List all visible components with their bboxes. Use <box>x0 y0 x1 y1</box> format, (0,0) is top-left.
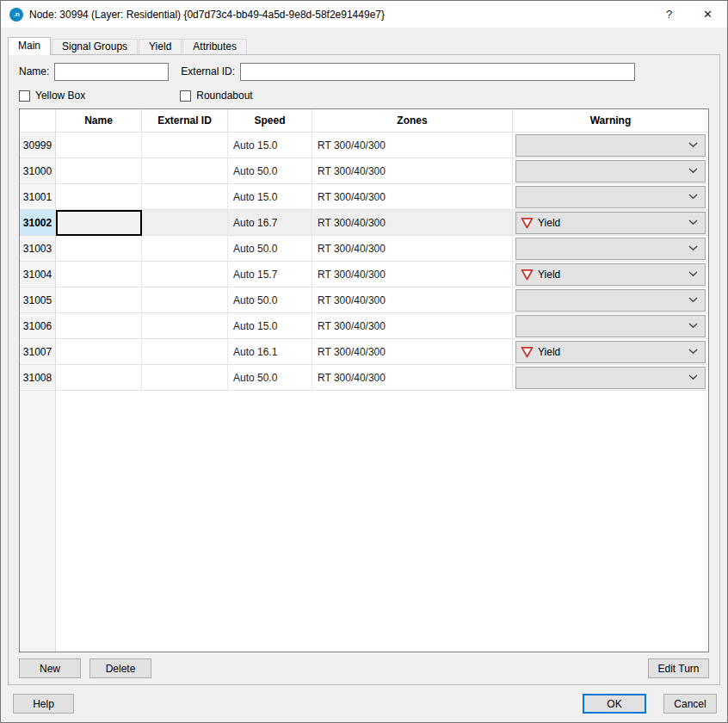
zones-cell[interactable]: RT 300/40/300 <box>312 184 513 210</box>
row-header-cell[interactable]: 31001 <box>20 184 56 210</box>
zones-cell[interactable]: RT 300/40/300 <box>312 262 513 287</box>
speed-cell[interactable]: Auto 15.0 <box>228 133 312 158</box>
row-header-cell[interactable]: 31006 <box>20 313 56 339</box>
warning-cell <box>513 313 708 339</box>
ok-button[interactable]: OK <box>583 694 646 714</box>
row-header-cell[interactable]: 31000 <box>20 158 56 184</box>
external-id-cell[interactable] <box>142 313 228 339</box>
row-header-cell[interactable]: 31007 <box>20 339 56 365</box>
speed-cell[interactable]: Auto 15.0 <box>228 184 312 210</box>
cancel-button[interactable]: Cancel <box>663 694 717 714</box>
warning-dropdown[interactable] <box>515 186 706 208</box>
speed-cell[interactable]: Auto 16.1 <box>228 339 312 365</box>
speed-cell[interactable]: Auto 50.0 <box>228 158 312 184</box>
external-id-cell[interactable] <box>142 365 228 391</box>
name-form-row: Name: External ID: <box>19 62 709 81</box>
name-cell[interactable] <box>56 133 142 158</box>
help-titlebar-button[interactable]: ? <box>650 1 688 28</box>
warning-cell: Yield <box>513 210 708 236</box>
warning-dropdown[interactable] <box>515 289 706 312</box>
column-header-speed[interactable]: Speed <box>228 109 312 133</box>
row-header-cell[interactable]: 30999 <box>20 133 56 158</box>
name-cell[interactable] <box>56 262 142 287</box>
zones-cell[interactable]: RT 300/40/300 <box>312 339 513 365</box>
zones-cell[interactable]: RT 300/40/300 <box>312 158 513 184</box>
name-cell[interactable] <box>56 184 142 210</box>
yield-sign-icon <box>521 269 534 281</box>
name-cell[interactable] <box>56 365 142 391</box>
warning-dropdown[interactable]: Yield <box>515 341 706 363</box>
external-id-cell[interactable] <box>142 287 228 313</box>
warning-cell: Yield <box>513 339 708 365</box>
row-header-cell[interactable]: 31005 <box>20 287 56 313</box>
row-header-cell[interactable]: 31008 <box>20 365 56 391</box>
roundabout-checkbox[interactable] <box>180 90 191 102</box>
zones-cell[interactable]: RT 300/40/300 <box>312 210 513 236</box>
yield-sign-icon <box>521 346 534 358</box>
chevron-down-icon <box>688 374 698 380</box>
warning-dropdown[interactable]: Yield <box>515 212 706 234</box>
speed-cell[interactable]: Auto 50.0 <box>228 236 312 262</box>
new-button[interactable]: New <box>19 658 81 678</box>
external-id-cell[interactable] <box>142 158 228 184</box>
yellow-box-option[interactable]: Yellow Box <box>19 90 85 102</box>
edit-turn-button[interactable]: Edit Turn <box>648 658 709 678</box>
zones-cell[interactable]: RT 300/40/300 <box>312 287 513 313</box>
zones-cell[interactable]: RT 300/40/300 <box>312 365 513 391</box>
external-id-cell[interactable] <box>142 236 228 262</box>
external-id-cell[interactable] <box>142 184 228 210</box>
name-cell[interactable] <box>56 339 142 365</box>
close-button[interactable]: ✕ <box>688 1 727 28</box>
speed-cell[interactable]: Auto 50.0 <box>228 287 312 313</box>
warning-dropdown[interactable]: Yield <box>515 263 706 286</box>
speed-cell[interactable]: Auto 50.0 <box>228 365 312 391</box>
delete-button[interactable]: Delete <box>89 658 151 678</box>
warning-dropdown[interactable] <box>515 367 706 389</box>
external-id-cell[interactable] <box>142 133 228 158</box>
chevron-down-icon <box>688 349 698 355</box>
warning-dropdown[interactable] <box>515 160 706 182</box>
row-header-cell[interactable]: 31003 <box>20 236 56 262</box>
external-id-cell[interactable] <box>142 339 228 365</box>
external-id-cell[interactable] <box>142 262 228 287</box>
row-header-cell[interactable]: 31004 <box>20 262 56 287</box>
zones-cell[interactable]: RT 300/40/300 <box>312 236 513 262</box>
yellow-box-checkbox[interactable] <box>19 90 30 102</box>
column-header-external-id[interactable]: External ID <box>142 109 228 133</box>
name-input[interactable] <box>54 63 169 81</box>
table-row: 31006 Auto 15.0 RT 300/40/300 <box>20 313 708 339</box>
name-cell[interactable] <box>56 158 142 184</box>
warning-dropdown[interactable] <box>515 315 706 337</box>
table-row: 31002 Auto 16.7 RT 300/40/300 Yield <box>20 210 708 236</box>
tab-main[interactable]: Main <box>8 37 51 55</box>
name-cell[interactable] <box>56 313 142 339</box>
speed-cell[interactable]: Auto 15.7 <box>228 262 312 287</box>
speed-cell[interactable]: Auto 16.7 <box>228 210 312 236</box>
column-header-warning[interactable]: Warning <box>513 109 708 133</box>
column-header-name[interactable]: Name <box>56 109 142 133</box>
name-cell[interactable] <box>56 236 142 262</box>
help-button[interactable]: Help <box>13 694 74 714</box>
column-header-zones[interactable]: Zones <box>312 109 513 133</box>
title-bar: .n Node: 30994 (Layer: Residential) {0d7… <box>1 1 727 28</box>
warning-cell <box>513 236 708 262</box>
dialog-button-bar: Help OK Cancel <box>1 685 727 722</box>
speed-cell[interactable]: Auto 15.0 <box>228 313 312 339</box>
zones-cell[interactable]: RT 300/40/300 <box>312 133 513 158</box>
name-cell[interactable] <box>56 210 142 236</box>
warning-cell: Yield <box>513 262 708 287</box>
tab-yield[interactable]: Yield <box>139 39 182 54</box>
name-cell[interactable] <box>56 287 142 313</box>
warning-cell <box>513 365 708 391</box>
table-header-row: Name External ID Speed Zones Warning <box>20 109 708 133</box>
table-empty-space <box>56 391 708 652</box>
tab-attributes[interactable]: Attributes <box>182 39 247 54</box>
tab-signal-groups[interactable]: Signal Groups <box>52 39 138 54</box>
external-id-input[interactable] <box>240 63 635 81</box>
row-header-cell[interactable]: 31002 <box>20 210 56 236</box>
zones-cell[interactable]: RT 300/40/300 <box>312 313 513 339</box>
external-id-cell[interactable] <box>142 210 228 236</box>
roundabout-option[interactable]: Roundabout <box>180 90 252 102</box>
warning-dropdown[interactable] <box>515 134 706 157</box>
warning-dropdown[interactable] <box>515 238 706 260</box>
